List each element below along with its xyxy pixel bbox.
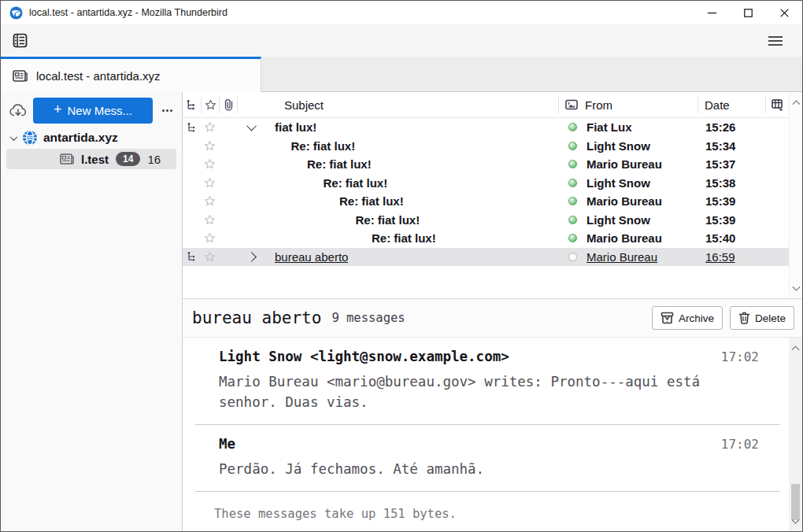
message-row[interactable]: bureau aberto Mario Bureau 16:59 [183,248,789,267]
star-icon[interactable] [201,214,218,226]
message-date: 15:26 [699,120,766,134]
message-time: 17:02 [721,349,759,364]
maximize-button[interactable] [730,1,766,24]
thread-column-header[interactable] [183,95,201,114]
delete-button[interactable]: Delete [730,306,794,330]
message-from: Light Snow [585,213,699,227]
star-icon[interactable] [201,232,218,244]
star-icon[interactable] [201,158,218,170]
titlebar-app: local.test - antartida.xyz - Mozilla Thu… [1,6,228,20]
account-name: antartida.xyz [43,131,118,145]
message-subject: Re: fiat lux! [307,157,372,171]
star-icon[interactable] [201,251,218,263]
message-row[interactable]: Re: fiat lux! Mario Bureau 15:40 [183,229,789,248]
app-menu-button[interactable] [763,30,788,52]
status-column-header[interactable] [559,95,583,114]
message-body: Perdão. Já fechamos. Até amanhã. [219,459,759,479]
message-subject: Re: fiat lux! [339,194,404,208]
spaces-icon [12,32,28,49]
reader-scrollbar[interactable] [789,338,802,531]
newsgroup-icon [60,153,74,165]
message-time: 17:02 [721,437,759,452]
message-body: Mario Bureau <mario@bureau.gov> writes: … [219,371,759,412]
message-from: Mario Bureau [585,231,699,245]
date-column-header[interactable]: Date [698,98,765,112]
account-row[interactable]: antartida.xyz [1,127,182,148]
twisty-icon[interactable] [235,124,267,131]
thread-message-count: 9 messages [331,311,405,325]
message-row[interactable]: fiat lux! Fiat Lux 15:26 [183,118,789,137]
archive-button[interactable]: Archive [652,306,723,330]
thread-header: bureau aberto 9 messages Archive Delete [183,298,802,338]
message-subject: Re: fiat lux! [291,139,356,153]
titlebar: local.test - antartida.xyz - Mozilla Thu… [1,1,802,24]
spaces-toolbar-button[interactable] [8,29,31,53]
message-row[interactable]: Re: fiat lux! Light Snow 15:39 [183,211,789,230]
folder-pane-options-button[interactable] [157,101,177,121]
new-message-label: New Mess... [68,104,133,117]
twisty-icon[interactable] [235,253,267,260]
message-reader-content: Light Snow <light@snow.example.com> 17:0… [183,338,789,531]
message-from: Fiat Lux [585,120,699,134]
scroll-down-button[interactable] [790,283,802,295]
read-status-dot[interactable] [568,123,577,131]
scroll-up-button[interactable] [789,341,801,353]
read-status-dot[interactable] [568,234,577,242]
collapse-chevron-icon[interactable] [10,133,18,141]
tab-local-test[interactable]: local.test - antartida.xyz [1,57,261,92]
message-subject: bureau aberto [275,250,348,264]
column-picker-button[interactable] [766,95,789,114]
window-title: local.test - antartida.xyz - Mozilla Thu… [29,7,228,18]
new-message-button[interactable]: + New Mess... [33,98,153,124]
message-row[interactable]: Re: fiat lux! Light Snow 15:34 [183,137,789,156]
message-author: Me [219,436,235,452]
attachment-column-header[interactable] [220,95,237,114]
message-date: 15:34 [699,139,766,153]
column-picker-icon [772,99,784,111]
star-icon[interactable] [201,195,218,207]
message-subject: fiat lux! [275,120,316,134]
message-list-pane: Subject From Date [183,92,802,298]
message-item[interactable]: Light Snow <light@snow.example.com> 17:0… [195,338,779,412]
scroll-up-button[interactable] [790,95,802,108]
thunderbird-window: local.test - antartida.xyz - Mozilla Thu… [0,0,803,532]
message-date: 16:59 [699,250,766,264]
read-status-dot[interactable] [568,216,577,224]
from-column-header[interactable]: From [583,98,698,112]
get-messages-button[interactable] [7,100,29,122]
star-icon[interactable] [201,140,218,152]
message-row[interactable]: Re: fiat lux! Mario Bureau 15:37 [183,155,789,174]
message-subject: Re: fiat lux! [356,213,420,227]
close-button[interactable] [766,1,802,24]
message-from: Mario Bureau [585,250,699,264]
message-subject: Re: fiat lux! [372,231,436,245]
message-date: 15:40 [699,231,766,245]
thread-title: bureau aberto [192,308,321,327]
message-from: Mario Bureau [585,194,699,208]
star-icon[interactable] [201,177,218,189]
read-status-dot[interactable] [568,197,577,205]
message-list-header: Subject From Date [183,92,789,118]
read-status-dot[interactable] [568,142,577,150]
message-item[interactable]: Me 17:02 Perdão. Já fechamos. Até amanhã… [195,425,779,479]
folder-name: l.test [81,153,109,166]
message-row[interactable]: Re: fiat lux! Light Snow 15:38 [183,174,789,193]
message-list-scrollbar[interactable] [789,92,802,298]
read-status-dot[interactable] [568,160,577,168]
newsgroup-icon [13,69,28,83]
message-reader-pane: Light Snow <light@snow.example.com> 17:0… [183,338,802,531]
star-icon[interactable] [201,121,218,133]
window-controls [694,1,802,24]
scroll-down-button[interactable] [789,515,801,528]
minimize-button[interactable] [694,1,730,24]
folder-item-ltest[interactable]: l.test 14 16 [6,149,176,169]
subject-column-header[interactable]: Subject [238,98,558,112]
read-status-dot[interactable] [568,253,577,261]
folder-pane: + New Mess... antartida.xyz l.test 14 16 [1,92,183,531]
tab-bar: local.test - antartida.xyz [1,57,802,92]
globe-icon [22,130,38,146]
message-row[interactable]: Re: fiat lux! Mario Bureau 15:39 [183,192,789,211]
unified-toolbar [1,24,802,57]
read-status-dot[interactable] [568,179,577,187]
star-column-header[interactable] [202,95,219,114]
